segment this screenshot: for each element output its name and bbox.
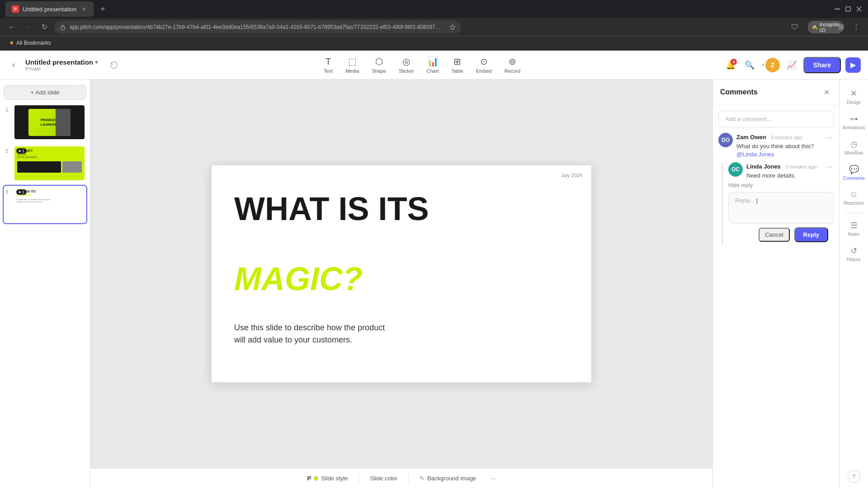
tab-title: Untitled presentation [23, 6, 76, 13]
background-image-label: Background image [427, 475, 476, 482]
media-tool-button[interactable]: ⬚ Media [340, 53, 364, 76]
back-button[interactable]: ← [5, 21, 18, 33]
slide-heading[interactable]: WHAT IS ITS [234, 192, 429, 225]
canvas-wrapper[interactable]: July 2024 WHAT IS ITS MAGIC? Use this sl… [90, 80, 712, 468]
undo-button[interactable] [107, 58, 121, 72]
shape-tool-button[interactable]: ⬡ Shape [366, 53, 392, 76]
shape-tool-label: Shape [372, 68, 386, 74]
slide-body-line1: Use this slide to describe how the produ… [234, 323, 385, 332]
new-tab-button[interactable]: + [96, 3, 109, 15]
hide-reply-button[interactable]: Hide reply [728, 182, 834, 188]
address-bar[interactable]: app.pitch.com/app/presentation/4b74b27e-… [54, 20, 461, 34]
comment-more-button-1[interactable]: ⋯ [825, 133, 834, 142]
slide-body[interactable]: Use this slide to describe how the produ… [234, 322, 385, 346]
search-button[interactable]: 🔍 [742, 58, 757, 72]
add-comment-input[interactable]: Add a comment... [718, 111, 834, 127]
slide-item-2[interactable]: 2 ● 1 PRODUCT DESIGNSTYLE AND INSPO [4, 145, 86, 182]
sticker-tool-button[interactable]: ◎ Sticker [393, 53, 420, 76]
app-header: ‹ Untitled presentation ▾ Private T Text [0, 51, 868, 80]
sidebar-collapse-button[interactable]: ‹ [7, 59, 20, 71]
notification-badge: 4 [731, 59, 737, 65]
presentation-subtitle: Private [25, 66, 98, 71]
record-tool-button[interactable]: ⊚ Record [499, 53, 526, 76]
embed-tool-button[interactable]: ⊙ Embed [471, 53, 497, 76]
submit-reply-button[interactable]: Reply [794, 227, 828, 242]
reply-thread: OC Linda Jones 3 minutes ago Need more d… [722, 162, 834, 245]
text-tool-button[interactable]: T Text [318, 54, 338, 76]
comment-thread-1: DO Zam Owen 9 minutes ago What do you th… [718, 133, 834, 246]
table-tool-button[interactable]: ⊞ Table [446, 53, 468, 76]
close-icon[interactable] [855, 5, 863, 13]
help-button[interactable]: ? [848, 470, 860, 483]
reactions-tool-button[interactable]: ☺ Reactions [841, 186, 867, 209]
profile-icon[interactable]: 🕵 Incognito (2) [819, 21, 832, 33]
style-color-dot [314, 476, 318, 481]
workflow-tool-button[interactable]: ◷ Workflow [841, 136, 867, 159]
more-options-button[interactable]: ··· [487, 473, 500, 483]
cancel-reply-button[interactable]: Cancel [759, 228, 789, 242]
refresh-button[interactable]: ↻ [38, 21, 51, 33]
menu-icon[interactable]: ⋮ [850, 21, 863, 33]
history-tool-button[interactable]: ↺ History [841, 242, 867, 266]
notes-tool-button[interactable]: ☰ Notes [841, 217, 867, 240]
shape-tool-icon: ⬡ [375, 56, 383, 67]
animations-tool-button[interactable]: ⊶ Animations [841, 110, 867, 134]
comments-close-button[interactable]: ✕ [821, 87, 832, 98]
slide-item-1[interactable]: 1 PRODUCTLAUNCH [4, 103, 86, 141]
bookmark-all-bookmarks[interactable]: ★ All Bookmarks [5, 38, 55, 47]
comments-title: Comments [720, 88, 758, 96]
record-tool-icon: ⊚ [509, 56, 516, 67]
avatar-linda-jones: OC [728, 162, 743, 177]
comment-mention[interactable]: @Linda Jones [736, 151, 774, 158]
forward-button[interactable]: → [22, 21, 34, 33]
share-button[interactable]: Share [803, 57, 841, 73]
comment-content-1: Zam Owen 9 minutes ago What do you think… [736, 133, 821, 159]
star-icon[interactable] [449, 24, 456, 30]
design-tool-button[interactable]: ✕ Design [841, 85, 867, 108]
comment-more-button-2[interactable]: ⋯ [825, 162, 834, 171]
reactions-icon: ☺ [849, 190, 858, 199]
comment-time-2: 3 minutes ago [785, 164, 816, 169]
reply-actions: Cancel Reply [728, 224, 834, 246]
chart-tool-icon: 📊 [427, 56, 439, 67]
add-slide-button[interactable]: + Add slide [4, 85, 86, 100]
comments-panel: Comments ✕ Add a comment... DO Zam Owen … [712, 80, 839, 488]
extension-icon[interactable]: 🛡 [788, 21, 801, 33]
browser-tab[interactable]: P Untitled presentation ✕ [5, 1, 94, 17]
comment-text-1: What do you think about this? @Linda Jon… [736, 142, 821, 159]
dropdown-icon[interactable]: ▾ [95, 59, 98, 66]
comment-content-2: Linda Jones 3 minutes ago Need more deta… [746, 162, 821, 180]
reply-input[interactable]: Reply... | [728, 192, 834, 224]
embed-tool-label: Embed [476, 68, 492, 74]
slide-number-1: 1 [5, 105, 11, 113]
comment-author-2: Linda Jones [746, 163, 781, 170]
reply-cursor: | [756, 197, 758, 204]
slide-number-3: 3 [5, 188, 11, 195]
sidebar-toggle[interactable]: ⊞ [835, 21, 847, 33]
more-options-label: ··· [491, 475, 496, 482]
minimize-icon[interactable] [834, 5, 841, 13]
presentation-info: Untitled presentation ▾ Private [25, 58, 98, 71]
chart-tool-button[interactable]: 📊 Chart [421, 53, 444, 76]
record-tool-label: Record [505, 68, 520, 74]
slide-subheading[interactable]: MAGIC? [234, 260, 363, 297]
slide-item-3[interactable]: 3 ● 1 WHAT IS ITS MAGIC? Use this slide … [4, 186, 86, 223]
presentation-title-text: Untitled presentation [25, 58, 93, 66]
background-image-button[interactable]: ✎ Background image [416, 473, 480, 483]
slide-color-button[interactable]: Slide color [366, 473, 401, 483]
tab-close-button[interactable]: ✕ [80, 5, 87, 13]
slide-canvas[interactable]: July 2024 WHAT IS ITS MAGIC? Use this sl… [212, 165, 591, 382]
present-button[interactable]: ▶ [845, 57, 861, 73]
comments-header: Comments ✕ [713, 80, 839, 105]
toolbar-divider-2 [408, 474, 409, 483]
maximize-icon[interactable] [844, 5, 852, 13]
design-label: Design [847, 100, 861, 105]
window-controls [834, 5, 863, 13]
slide-number-2: 2 [5, 146, 11, 154]
comments-body: Add a comment... DO Zam Owen 9 minutes a… [713, 105, 839, 488]
slide-style-button[interactable]: P Slide style [304, 473, 352, 483]
notifications-button[interactable]: 🔔 4 [723, 58, 738, 72]
comments-tool-button[interactable]: 💬 Comments [841, 161, 867, 184]
analytics-button[interactable]: 📈 [784, 58, 799, 72]
user-avatar-button[interactable]: Z [765, 58, 780, 72]
